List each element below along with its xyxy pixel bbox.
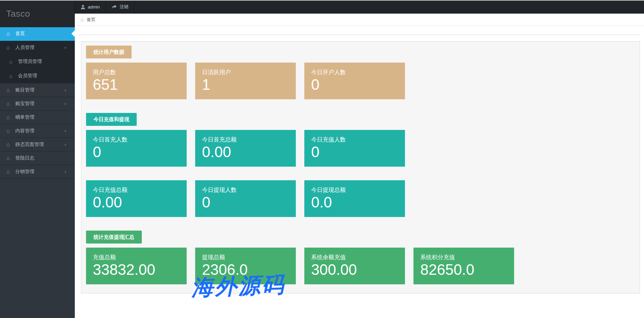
home-icon: ⌂ [6, 101, 14, 106]
stat-card-value: 651 [93, 77, 183, 93]
stat-card-label: 今日提现人数 [202, 186, 292, 194]
stat-card: 提现总额 2306.0 [195, 248, 296, 284]
home-icon: ⌂ [9, 59, 17, 64]
stat-card: 今日首充人数 0 [86, 130, 187, 167]
content-divider [78, 35, 640, 35]
stat-card: 今日提现总额 0.0 [304, 180, 405, 217]
sidebar-item-label: 购宝管理 [15, 101, 34, 107]
home-icon: ⌂ [6, 115, 14, 120]
home-icon: ⌂ [6, 155, 14, 161]
stat-card-row: 今日首充人数 0 今日首充总额 0.00 今日充值人数 0 [86, 130, 634, 167]
sidebar-item-label: 内容管理 [15, 128, 34, 134]
section-title-badge: 今日充值和提现 [86, 113, 137, 126]
sidebar-item-label: 分销管理 [15, 169, 34, 175]
home-icon: ⌂ [6, 87, 14, 93]
stat-card-row: 用户总数 651 日活跃用户 1 今日开户人数 0 [86, 63, 634, 99]
sidebar-item[interactable]: ⌂ 登陆日志 [0, 152, 75, 165]
stat-card-label: 今日首充总额 [202, 136, 292, 144]
active-notch [71, 30, 75, 37]
stat-card-label: 提现总额 [202, 253, 292, 261]
stat-card-label: 系统余额充值 [311, 253, 402, 261]
stat-card-value: 1 [202, 77, 292, 93]
stat-card: 系统积分充值 82650.0 [413, 248, 514, 284]
sidebar-item-label: 静态页面管理 [15, 141, 44, 148]
breadcrumb: ⌂ 首页 [75, 14, 644, 26]
brand-logo: Tasco [0, 0, 75, 27]
stat-card-value: 0 [311, 144, 402, 160]
browser-top-strip [0, 0, 644, 1]
stat-section: 统计用户数据 用户总数 651 日活跃用户 1 今日开户人数 0 [86, 46, 634, 99]
home-icon: ⌂ [6, 142, 14, 147]
stat-card-value: 0 [93, 144, 183, 160]
section-title-badge: 统计用户数据 [86, 46, 132, 58]
chevron-right-icon: › [65, 45, 66, 50]
stat-section: 统计充值提现汇总 充值总额 33832.00 提现总额 2306.0 系统余额充… [86, 231, 634, 284]
sidebar-item[interactable]: ⌂ 人员管理 › [0, 41, 75, 54]
stat-card-label: 今日提现总额 [311, 186, 402, 194]
stat-card: 系统余额充值 300.00 [304, 248, 405, 284]
sidebar-item[interactable]: ⌂ 账目管理 › [0, 84, 75, 97]
logout-icon [112, 5, 117, 9]
sidebar-item-label: 登陆日志 [15, 155, 34, 161]
sidebar-item[interactable]: ⌂ 晒单管理 [0, 111, 75, 124]
chevron-right-icon: › [65, 142, 66, 147]
stat-card-label: 充值总额 [93, 253, 183, 261]
stat-card-label: 今日首充人数 [93, 136, 183, 144]
sidebar-item-label: 首页 [15, 31, 25, 37]
app-window: Tasco ⌂ 首页 ⌂ 人员管理 › ⌂ 管理员管理 ⌂ 会员管理 ⌂ 账目管… [0, 0, 644, 318]
stat-card: 今日充值总额 0.00 [86, 180, 187, 217]
sidebar-item-label: 人员管理 [15, 45, 34, 51]
home-icon: ⌂ [9, 73, 17, 79]
stat-card-label: 今日充值人数 [311, 136, 402, 144]
stat-card: 今日开户人数 0 [304, 63, 405, 99]
sidebar-item[interactable]: ⌂ 内容管理 › [0, 124, 75, 138]
stat-card: 今日提现人数 0 [195, 180, 296, 217]
content-area: 统计用户数据 用户总数 651 日活跃用户 1 今日开户人数 0 今日充值和提现… [75, 26, 644, 318]
topbar-user-label: admin [88, 4, 100, 10]
stat-card-value: 0.0 [311, 195, 402, 210]
stat-card-row: 充值总额 33832.00 提现总额 2306.0 系统余额充值 300.00 … [86, 248, 634, 284]
stat-card: 充值总额 33832.00 [86, 248, 187, 284]
sidebar-nav: ⌂ 首页 ⌂ 人员管理 › ⌂ 管理员管理 ⌂ 会员管理 ⌂ 账目管理 › ⌂ … [0, 27, 75, 179]
topbar-user-tab[interactable]: admin [75, 0, 106, 14]
user-icon [81, 5, 85, 9]
sidebar-item[interactable]: ⌂ 购宝管理 › [0, 97, 75, 111]
home-icon: ⌂ [6, 169, 14, 174]
stat-card-label: 今日开户人数 [311, 68, 402, 76]
sidebar-subitem[interactable]: ⌂ 会员管理 [0, 69, 75, 83]
stat-card: 用户总数 651 [86, 63, 187, 99]
stat-card-label: 系统积分充值 [420, 253, 511, 261]
topbar: admin 注销 [75, 0, 644, 14]
sidebar-subitem[interactable]: ⌂ 管理员管理 [0, 54, 75, 69]
sidebar-item[interactable]: ⌂ 静态页面管理 › [0, 138, 75, 152]
stat-card-value: 2306.0 [202, 262, 292, 278]
sidebar-item[interactable]: ⌂ 分销管理 › [0, 165, 75, 179]
chevron-right-icon: › [65, 129, 66, 133]
home-icon: ⌂ [6, 45, 14, 50]
dashboard-panel: 统计用户数据 用户总数 651 日活跃用户 1 今日开户人数 0 今日充值和提现… [81, 41, 640, 294]
sidebar-item[interactable]: ⌂ 首页 [0, 27, 75, 41]
stat-card-label: 今日充值总额 [93, 186, 183, 194]
stat-card: 今日首充总额 0.00 [195, 130, 296, 167]
sidebar-item-label: 账目管理 [15, 87, 34, 93]
chevron-right-icon: › [65, 88, 66, 93]
sidebar-group: ⌂ 人员管理 › ⌂ 管理员管理 ⌂ 会员管理 [0, 41, 75, 84]
stat-card-value: 0 [202, 195, 292, 210]
stat-card-value: 33832.00 [93, 262, 183, 278]
breadcrumb-home-link[interactable]: 首页 [87, 17, 96, 23]
stat-card-value: 0.00 [93, 195, 183, 210]
home-icon: ⌂ [6, 31, 14, 36]
stat-card-value: 0.00 [202, 144, 292, 160]
sidebar-item-label: 会员管理 [18, 73, 37, 79]
home-icon: ⌂ [6, 128, 14, 134]
sidebar-item-label: 晒单管理 [15, 114, 34, 120]
stat-card-value: 300.00 [311, 262, 402, 278]
sidebar: Tasco ⌂ 首页 ⌂ 人员管理 › ⌂ 管理员管理 ⌂ 会员管理 ⌂ 账目管… [0, 0, 75, 318]
section-title-badge: 统计充值提现汇总 [86, 231, 142, 244]
topbar-logout-tab[interactable]: 注销 [106, 0, 134, 14]
stat-card: 日活跃用户 1 [195, 63, 296, 99]
main-area: admin 注销 ⌂ 首页 统计用户数据 用户总数 651 日活跃用户 1 今日… [75, 0, 644, 318]
stat-section: 今日充值和提现 今日首充人数 0 今日首充总额 0.00 今日充值人数 0 今日… [86, 113, 634, 217]
sidebar-item-label: 管理员管理 [18, 58, 42, 65]
stat-card-label: 用户总数 [93, 68, 183, 76]
